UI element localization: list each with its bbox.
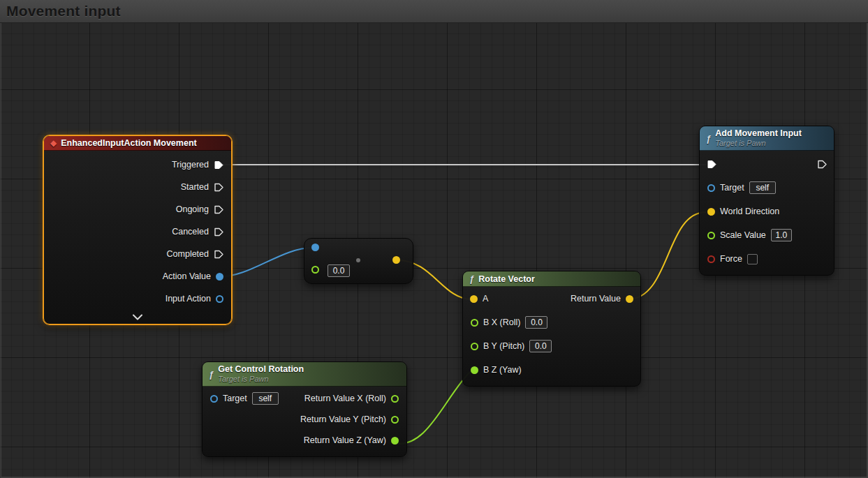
force-checkbox[interactable]: [747, 254, 758, 264]
function-icon: ƒ: [706, 133, 711, 144]
rotate-bx-input[interactable]: [525, 316, 547, 329]
input-action-diamond-icon: ◆: [50, 138, 57, 148]
rotate-by-input[interactable]: [529, 340, 552, 352]
chevron-down-icon: [132, 314, 143, 320]
node-grip-dot: [356, 258, 360, 262]
get-control-rotation-title: Get Control Rotation: [218, 364, 304, 375]
exec-in-pin[interactable]: [707, 160, 716, 169]
pin-row-world-direction: World Direction: [700, 200, 834, 223]
event-node-header[interactable]: ◆ EnhancedInputAction Movement: [44, 136, 231, 151]
function-icon: ƒ: [209, 369, 214, 380]
pin-label-world-direction: World Direction: [720, 207, 779, 216]
exec-out-pin-canceled[interactable]: [214, 227, 223, 237]
pin-row-action-value: Action Value: [44, 265, 231, 287]
exec-out-pin-ongoing[interactable]: [214, 205, 223, 214]
node-rotate-vector[interactable]: ƒ Rotate Vector A Return Value B X (Roll…: [462, 271, 641, 387]
pin-row-target: Target: [203, 388, 279, 409]
pin-label-input-action: Input Action: [165, 294, 211, 304]
advanced-pins-toggle[interactable]: [44, 310, 231, 324]
pin-label-bz: B Z (Yaw): [483, 365, 522, 375]
pin-row-input-action: Input Action: [44, 287, 231, 310]
pin-label-target: Target: [720, 183, 744, 193]
pin-label-action-value: Action Value: [163, 271, 211, 281]
conversion-value-input[interactable]: [328, 264, 350, 277]
pin-label-triggered: Triggered: [172, 160, 209, 170]
get-control-rotation-subtitle: Target is Pawn: [218, 375, 304, 384]
pin-row-return-y: Return Value Y (Pitch): [300, 409, 406, 430]
rotate-vector-header[interactable]: ƒ Rotate Vector: [463, 271, 640, 287]
pin-row-by: B Y (Pitch): [463, 334, 640, 358]
pin-row-started: Started: [44, 176, 231, 198]
conversion-input-pin[interactable]: [311, 244, 319, 251]
pin-row-bx: B X (Roll): [463, 311, 640, 334]
add-movement-input-header[interactable]: ƒ Add Movement Input Target is Pawn: [700, 126, 834, 151]
gcr-x-pin[interactable]: [391, 395, 399, 403]
force-pin[interactable]: [707, 255, 715, 263]
pin-label-ongoing: Ongoing: [176, 204, 209, 214]
gcr-target-input[interactable]: [252, 392, 279, 405]
rotate-vector-body: A Return Value B X (Roll) B Y (Pitch) B …: [463, 287, 640, 386]
rotate-bz-pin[interactable]: [471, 366, 478, 374]
conversion-float-pin[interactable]: [311, 266, 319, 274]
pin-row-completed: Completed: [44, 243, 231, 265]
pin-row-scale-value: Scale Value: [700, 223, 834, 247]
rotate-by-pin[interactable]: [471, 343, 478, 350]
node-enhanced-input-action-movement[interactable]: ◆ EnhancedInputAction Movement Triggered…: [43, 135, 232, 324]
rotate-a-pin[interactable]: [470, 295, 478, 303]
pin-label-bx: B X (Roll): [483, 318, 520, 327]
pin-label-started: Started: [181, 182, 209, 192]
exec-out-pin-started[interactable]: [214, 183, 223, 192]
pin-row-ongoing: Ongoing: [44, 198, 231, 221]
scale-value-input[interactable]: [771, 229, 792, 241]
pin-label-return-value: Return Value: [571, 294, 621, 304]
exec-out-pin[interactable]: [817, 160, 827, 169]
ami-target-pin[interactable]: [707, 184, 715, 192]
function-icon: ƒ: [469, 274, 474, 284]
pin-row-bz: B Z (Yaw): [463, 358, 640, 382]
pin-label-return-x: Return Value X (Roll): [304, 394, 386, 403]
exec-out-pin-triggered[interactable]: [214, 160, 223, 170]
pin-row-exec: [700, 152, 834, 176]
action-value-pin[interactable]: [216, 273, 223, 281]
pin-label-scale-value: Scale Value: [720, 230, 766, 240]
pin-label-canceled: Canceled: [172, 227, 209, 237]
conversion-output-pin[interactable]: [392, 256, 400, 264]
pin-label-target: Target: [223, 394, 247, 403]
node-add-movement-input[interactable]: ƒ Add Movement Input Target is Pawn Targ…: [699, 126, 834, 276]
rotate-bx-pin[interactable]: [471, 319, 478, 327]
get-control-rotation-header[interactable]: ƒ Get Control Rotation Target is Pawn: [203, 362, 406, 387]
rotate-return-pin[interactable]: [626, 295, 633, 303]
pin-row-canceled: Canceled: [44, 221, 231, 243]
gcr-target-pin[interactable]: [210, 395, 218, 403]
pin-row-target: Target: [700, 176, 834, 200]
pin-label-by: B Y (Pitch): [483, 341, 524, 351]
pin-label-return-y: Return Value Y (Pitch): [300, 414, 386, 424]
add-movement-input-title: Add Movement Input: [715, 128, 802, 139]
gcr-y-pin[interactable]: [391, 416, 399, 424]
wire-actionvalue-to-conversion[interactable]: [218, 248, 313, 277]
get-control-rotation-body: Target Return Value X (Roll) Return Valu…: [203, 387, 406, 456]
pin-label-return-z: Return Value Z (Yaw): [304, 435, 386, 445]
gcr-z-pin[interactable]: [391, 437, 399, 445]
pin-row-force: Force: [700, 247, 834, 271]
pin-label-force: Force: [720, 254, 742, 264]
pin-row-triggered: Triggered: [44, 154, 231, 176]
pin-row-a-return: A Return Value: [463, 287, 640, 311]
world-direction-pin[interactable]: [707, 208, 715, 216]
input-action-pin[interactable]: [216, 295, 223, 303]
add-movement-input-subtitle: Target is Pawn: [715, 139, 802, 148]
ami-target-input[interactable]: [749, 181, 776, 194]
event-node-body: Triggered Started Ongoing Canceled Compl…: [44, 151, 231, 324]
scale-value-pin[interactable]: [707, 232, 715, 239]
exec-out-pin-completed[interactable]: [214, 250, 223, 259]
pin-label-a: A: [483, 294, 488, 304]
pin-row-return-z: Return Value Z (Yaw): [300, 430, 406, 451]
node-get-control-rotation[interactable]: ƒ Get Control Rotation Target is Pawn Ta…: [202, 361, 407, 457]
add-movement-input-body: Target World Direction Scale Value Force: [700, 151, 834, 275]
node-conversion[interactable]: [304, 238, 413, 284]
pin-label-completed: Completed: [167, 249, 209, 259]
event-node-title: EnhancedInputAction Movement: [61, 138, 196, 148]
pin-row-return-x: Return Value X (Roll): [300, 388, 406, 409]
rotate-vector-title: Rotate Vector: [478, 274, 535, 284]
